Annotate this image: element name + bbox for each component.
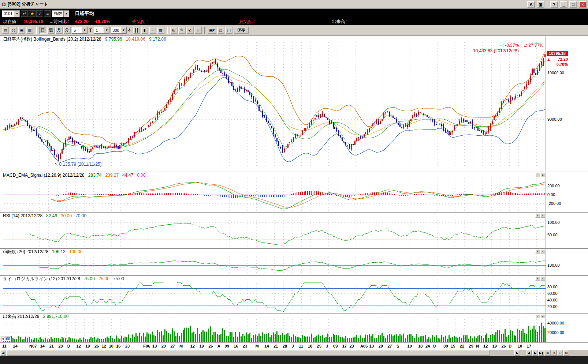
chevron-down-icon[interactable]: ▼ (82, 27, 87, 33)
font-size-button[interactable]: A (527, 1, 535, 8)
x-axis-label: 09 (443, 344, 448, 348)
freq-combo[interactable]: 5 ▼ (72, 27, 88, 34)
x-axis-label: 16 (234, 344, 238, 348)
window-title: [5002] 分析チャート (8, 1, 48, 7)
period-week-button[interactable]: 週 (47, 27, 55, 34)
copy-window-button[interactable]: ▣ (537, 1, 544, 8)
psych-panel-close-button[interactable]: × (540, 277, 545, 281)
chevron-down-icon[interactable]: ▼ (14, 11, 19, 17)
zoom-out-icon[interactable]: ⊖ (551, 350, 557, 356)
x-axis-label: 24 (425, 344, 430, 348)
quote-bar: 現在値 : 10,395.18 →前日比 : +72.20 +0.70% 売気配… (0, 18, 588, 25)
macd-chart[interactable] (3, 178, 546, 211)
copy-page-icon[interactable]: ▢ (225, 27, 232, 34)
copy-chart-icon[interactable]: ▣ (18, 27, 25, 34)
panel-separator[interactable] (0, 312, 588, 314)
maximize-button[interactable]: □ (569, 1, 577, 8)
macd-zero-value: 0.00 (137, 173, 145, 178)
period-toggle-group: 日週月分 (39, 27, 71, 34)
rsi-high-value: 70.00 (75, 213, 86, 218)
x-axis-label: 10 (518, 344, 522, 348)
zoom-in-icon[interactable]: ⊕ (544, 350, 551, 356)
rsi-panel-close-button[interactable]: × (540, 214, 545, 218)
grid-icon[interactable]: ⊞ (170, 27, 178, 34)
category-value: 指数 (52, 11, 63, 16)
chevron-down-icon[interactable]: ▼ (63, 11, 69, 17)
jump-latest-icon[interactable]: ▶▮ (538, 350, 544, 356)
pan-icon[interactable]: ▤ (2, 27, 9, 34)
kairi-panel-close-button[interactable]: × (540, 249, 545, 254)
return-icon[interactable]: ↵ (21, 10, 28, 17)
kairi-value: 106.12 (52, 249, 66, 254)
rsi-title: RSI (14) 2012/12/28 (3, 213, 42, 218)
step-forward-icon[interactable]: ▶ (532, 350, 538, 356)
help-button[interactable]: ? (550, 1, 558, 8)
scrollbar-thumb[interactable] (6, 350, 490, 356)
period-minute-button[interactable]: 分 (63, 27, 71, 34)
key-icon[interactable]: ★ (29, 10, 36, 17)
grid-toggle-icon[interactable]: ⊞ (557, 350, 563, 356)
rsi-panel-minimize-button[interactable]: − (535, 214, 540, 218)
edit-icon[interactable]: ✓ (36, 10, 43, 17)
kairi-chart[interactable] (3, 255, 546, 274)
volume-chart[interactable] (3, 319, 546, 342)
ohlc-style-icon[interactable]: ▦ (157, 27, 164, 34)
y-axis-label: 9000.00 (547, 117, 562, 121)
draw-icon[interactable]: ✎ (178, 27, 186, 34)
x-axis-label: 17 (527, 344, 531, 348)
panel-separator[interactable] (0, 171, 588, 172)
macd-signal-value: 239.27 (105, 173, 119, 178)
volume-panel-minimize-button[interactable]: − (535, 314, 540, 318)
macd-panel-close-button[interactable]: × (540, 173, 545, 177)
list-icon[interactable]: ≡ (44, 10, 51, 17)
layout-icon[interactable]: ▣▾ (208, 27, 216, 34)
delete-icon[interactable]: × (194, 27, 202, 34)
close-tools-icon[interactable]: ⊠ (563, 350, 569, 356)
psych-panel-minimize-button[interactable]: − (535, 277, 540, 281)
new-page-icon[interactable]: □ (217, 27, 224, 34)
x-axis-label: A (217, 344, 220, 348)
bars-combo[interactable]: 300 ▼ (111, 27, 126, 34)
print-icon[interactable]: ▥ (26, 27, 33, 34)
psychological-chart[interactable] (3, 282, 546, 312)
close-button[interactable]: × (579, 1, 587, 8)
symbol-toolbar-icons: ↵★✓≡ (21, 10, 51, 17)
horizontal-scrollbar: ◀ ▶ ◀▶▶▮⊕⊖⊞⊠ (0, 350, 588, 356)
candlestick-glyph (134, 28, 139, 33)
chevron-down-icon[interactable]: ▼ (121, 27, 126, 33)
period-month-button[interactable]: 月 (55, 27, 63, 34)
panel-separator[interactable] (0, 275, 588, 276)
search-icon[interactable]: ◎ (10, 27, 17, 34)
candle-style-icon[interactable] (133, 27, 140, 34)
scroll-left-button[interactable]: ◀ (0, 350, 6, 356)
x-axis-label: 27 (170, 344, 175, 348)
x-axis-label: 24 (13, 344, 18, 348)
symbol-code-combo[interactable]: 0101 ▼ (2, 10, 20, 17)
step-back-icon[interactable]: ◀ (526, 350, 532, 356)
rsi-chart[interactable] (3, 219, 546, 247)
eraser-icon[interactable]: ⊘ (186, 27, 194, 34)
bar-style-icon[interactable]: ▮ (141, 27, 148, 34)
panel-separator[interactable] (0, 248, 588, 249)
chevron-down-icon[interactable]: ▼ (104, 27, 109, 33)
macd-panel-minimize-button[interactable]: − (535, 173, 540, 177)
page-buttons: ▣▾□▢ (208, 27, 232, 34)
volume-panel-close-button[interactable]: × (540, 314, 545, 318)
x-axis-label: 10 (407, 344, 412, 348)
panel-separator[interactable] (0, 212, 588, 213)
y-axis-label: 20000.00 (547, 330, 564, 335)
symbol-name: 日経平均 (75, 10, 94, 17)
last-price-box: 10395.18 (547, 51, 568, 56)
category-combo[interactable]: 指数 ▼ (52, 10, 69, 17)
rsi-low-value: 30.00 (61, 213, 72, 218)
main-price-chart[interactable] (3, 42, 546, 168)
line-style-icon[interactable]: ≈ (149, 27, 156, 34)
kairi-panel-minimize-button[interactable]: − (535, 249, 540, 254)
chart-toolbar: ▤◎▣▥ 日週月分 5 ▼ T 1 ▼ 300 ▼ 本 ▮≈▦ ⊞✎⊘× ▣▾□… (0, 25, 588, 36)
save-button[interactable]: 保存 (234, 27, 249, 34)
scroll-right-button[interactable]: ▶ (514, 350, 520, 356)
x-axis-label: 26 (501, 344, 506, 348)
count-combo[interactable]: 1 ▼ (94, 27, 109, 34)
period-day-button[interactable]: 日 (39, 27, 46, 34)
minimize-button[interactable]: _ (560, 1, 567, 8)
